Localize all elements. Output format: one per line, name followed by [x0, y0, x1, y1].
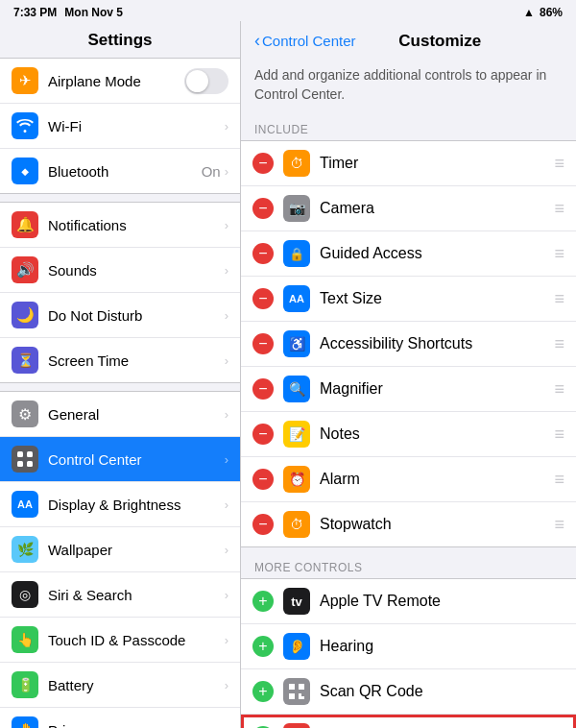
sidebar-item-touchid[interactable]: 👆 Touch ID & Passcode › — [0, 618, 240, 663]
notifications-icon: 🔔 — [12, 211, 38, 238]
include-list: − ⏱ Timer ≡ − 📷 Camera ≡ − 🔒 — [241, 140, 576, 547]
control-label-magnifier: Magnifier — [320, 380, 546, 398]
drag-handle-textsize[interactable]: ≡ — [554, 289, 564, 309]
remove-magnifier-btn[interactable]: − — [252, 378, 274, 400]
remove-alarm-btn[interactable]: − — [252, 469, 274, 490]
sidebar-item-controlcenter[interactable]: Control Center › — [0, 437, 240, 482]
add-appletv-btn[interactable]: + — [252, 591, 274, 612]
hearing-icon: 👂 — [283, 633, 310, 660]
control-label-textsize: Text Size — [320, 290, 546, 307]
control-item-stopwatch[interactable]: − ⏱ Stopwatch ≡ — [241, 502, 576, 546]
control-item-textsize[interactable]: − AA Text Size ≡ — [241, 277, 576, 322]
sidebar-item-label-wifi: Wi-Fi — [48, 118, 221, 134]
sidebar-item-label-general: General — [48, 406, 221, 423]
screenrecording-icon: ⏺ — [283, 723, 310, 728]
sidebar-item-label-dnd: Do Not Disturb — [48, 307, 221, 324]
sidebar-group-1: ✈ Airplane Mode Wi-Fi › ⬥ — [0, 58, 240, 194]
scanqr-icon — [283, 678, 310, 705]
sidebar-item-siri[interactable]: ◎ Siri & Search › — [0, 572, 240, 618]
control-item-alarm[interactable]: − ⏰ Alarm ≡ — [241, 457, 576, 502]
drag-handle-accessibility[interactable]: ≡ — [554, 334, 564, 354]
sounds-icon: 🔊 — [12, 256, 38, 283]
bluetooth-value: On — [202, 163, 221, 180]
svg-rect-1 — [27, 451, 33, 457]
drag-handle-timer[interactable]: ≡ — [554, 154, 564, 174]
control-label-alarm: Alarm — [320, 471, 546, 488]
more-controls-header: MORE CONTROLS — [241, 555, 576, 578]
right-header: ‹ Control Center Customize — [241, 21, 576, 59]
sidebar-group-2: 🔔 Notifications › 🔊 Sounds › 🌙 Do Not Di… — [0, 202, 240, 383]
wallpaper-icon: 🌿 — [12, 536, 38, 563]
sidebar-item-label-notifications: Notifications — [48, 217, 221, 233]
camera-icon: 📷 — [283, 195, 310, 222]
textsize-icon: AA — [283, 285, 310, 312]
control-label-stopwatch: Stopwatch — [320, 516, 546, 533]
accessibility-icon: ♿ — [283, 330, 310, 357]
privacy-icon: 🤚 — [12, 716, 38, 728]
status-time: 7:33 PM — [13, 6, 57, 19]
svg-rect-6 — [289, 693, 295, 699]
general-icon: ⚙ — [12, 400, 38, 427]
toggle-knob — [186, 70, 208, 92]
sidebar-item-battery[interactable]: 🔋 Battery › — [0, 663, 240, 708]
drag-handle-stopwatch[interactable]: ≡ — [554, 515, 564, 535]
appletv-icon: tv — [283, 588, 310, 615]
controlcenter-icon — [12, 446, 38, 473]
timer-icon: ⏱ — [283, 150, 310, 177]
remove-timer-btn[interactable]: − — [252, 153, 274, 174]
sidebar-item-screentime[interactable]: ⏳ Screen Time › — [0, 338, 240, 382]
status-left: 7:33 PM Mon Nov 5 — [13, 6, 123, 19]
siri-icon: ◎ — [12, 581, 38, 608]
wifi-icon-sidebar — [12, 112, 38, 139]
sidebar-item-sounds[interactable]: 🔊 Sounds › — [0, 248, 240, 293]
sidebar-item-label-screentime: Screen Time — [48, 352, 221, 369]
sidebar-item-notifications[interactable]: 🔔 Notifications › — [0, 203, 240, 248]
sidebar-item-label-wallpaper: Wallpaper — [48, 542, 221, 558]
display-icon: AA — [12, 491, 38, 518]
wifi-chevron: › — [225, 119, 228, 133]
drag-handle-guidedaccess[interactable]: ≡ — [554, 244, 564, 264]
control-item-scanqr[interactable]: + Scan QR Code — [241, 669, 576, 715]
control-item-screenrecording[interactable]: + ⏺ Screen Recording — [241, 715, 576, 728]
sidebar-item-label-airplane: Airplane Mode — [48, 73, 180, 89]
remove-stopwatch-btn[interactable]: − — [252, 514, 274, 535]
remove-accessibility-btn[interactable]: − — [252, 333, 274, 354]
sidebar-item-label-display: Display & Brightness — [48, 497, 221, 513]
control-item-appletv[interactable]: + tv Apple TV Remote — [241, 579, 576, 624]
sidebar-item-bluetooth[interactable]: ⬥ Bluetooth On › — [0, 149, 240, 193]
add-scanqr-btn[interactable]: + — [252, 681, 274, 702]
control-item-timer[interactable]: − ⏱ Timer ≡ — [241, 141, 576, 186]
sidebar-item-wifi[interactable]: Wi-Fi › — [0, 104, 240, 149]
control-item-accessibility[interactable]: − ♿ Accessibility Shortcuts ≡ — [241, 322, 576, 367]
control-item-guidedaccess[interactable]: − 🔒 Guided Access ≡ — [241, 231, 576, 277]
drag-handle-magnifier[interactable]: ≡ — [554, 379, 564, 400]
drag-handle-notes[interactable]: ≡ — [554, 425, 564, 445]
drag-handle-alarm[interactable]: ≡ — [554, 470, 564, 490]
sidebar-item-airplane[interactable]: ✈ Airplane Mode — [0, 59, 240, 104]
sidebar-item-wallpaper[interactable]: 🌿 Wallpaper › — [0, 527, 240, 572]
sidebar-item-privacy[interactable]: 🤚 Privacy › — [0, 708, 240, 728]
airplane-toggle[interactable] — [184, 68, 228, 94]
remove-camera-btn[interactable]: − — [252, 198, 274, 219]
control-item-camera[interactable]: − 📷 Camera ≡ — [241, 186, 576, 231]
sidebar-item-label-privacy: Privacy — [48, 722, 221, 729]
back-button[interactable]: ‹ Control Center — [254, 31, 356, 51]
sidebar-item-label-touchid: Touch ID & Passcode — [48, 632, 221, 648]
remove-guidedaccess-btn[interactable]: − — [252, 243, 274, 264]
drag-handle-camera[interactable]: ≡ — [554, 199, 564, 219]
control-label-scanqr: Scan QR Code — [320, 683, 564, 700]
airplane-icon: ✈ — [12, 67, 38, 94]
control-item-magnifier[interactable]: − 🔍 Magnifier ≡ — [241, 367, 576, 412]
sidebar-item-donotdisturb[interactable]: 🌙 Do Not Disturb › — [0, 293, 240, 338]
more-controls-list: + tv Apple TV Remote + 👂 Hearing + — [241, 578, 576, 728]
sidebar-item-general[interactable]: ⚙ General › — [0, 392, 240, 437]
right-panel: ‹ Control Center Customize Add and organ… — [241, 21, 576, 728]
add-hearing-btn[interactable]: + — [252, 636, 274, 657]
remove-textsize-btn[interactable]: − — [252, 288, 274, 309]
sidebar-item-display[interactable]: AA Display & Brightness › — [0, 482, 240, 527]
control-item-notes[interactable]: − 📝 Notes ≡ — [241, 412, 576, 457]
control-item-hearing[interactable]: + 👂 Hearing — [241, 624, 576, 669]
battery-label: 86% — [540, 6, 563, 19]
remove-notes-btn[interactable]: − — [252, 424, 274, 445]
status-right: ▲ 86% — [523, 6, 563, 19]
